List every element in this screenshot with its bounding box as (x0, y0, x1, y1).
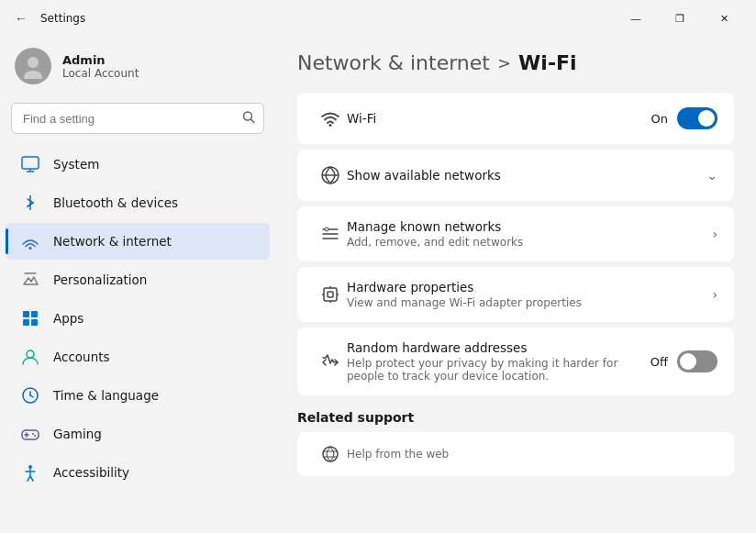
svg-point-41 (323, 447, 338, 461)
sidebar-item-time-label: Time & language (53, 388, 159, 403)
wifi-right: On (651, 107, 717, 129)
svg-line-17 (30, 395, 33, 397)
system-icon (20, 154, 40, 174)
hardware-properties-desc: View and manage Wi-Fi adapter properties (347, 296, 712, 309)
manage-networks-title: Manage known networks (347, 219, 712, 234)
avatar (15, 48, 51, 84)
svg-rect-12 (23, 319, 29, 326)
sidebar: Admin Local Account S (0, 33, 275, 533)
svg-rect-4 (22, 157, 39, 169)
svg-point-34 (325, 228, 328, 231)
back-button[interactable]: ← (11, 7, 31, 29)
random-hardware-right: Off (650, 350, 717, 372)
random-hardware-card: Random hardware addresses Help protect y… (297, 328, 734, 395)
manage-networks-content: Manage known networks Add, remove, and e… (347, 219, 712, 249)
svg-point-0 (28, 57, 39, 68)
sidebar-item-personalization[interactable]: Personalization (6, 261, 270, 298)
title-bar: ← Settings — ❐ ✕ (0, 0, 756, 33)
app-title: Settings (40, 12, 85, 25)
wifi-toggle[interactable] (677, 107, 717, 129)
search-icon (242, 111, 255, 127)
window-controls: — ❐ ✕ (615, 6, 745, 31)
bluetooth-icon (20, 193, 40, 213)
show-networks-card: Show available networks ⌄ (297, 150, 734, 201)
sidebar-item-bluetooth-label: Bluetooth & devices (53, 195, 178, 210)
sidebar-item-bluetooth[interactable]: Bluetooth & devices (6, 184, 270, 221)
random-hardware-toggle[interactable] (677, 350, 717, 372)
user-name: Admin (62, 53, 139, 67)
sidebar-item-gaming[interactable]: Gaming (6, 416, 270, 452)
page-header: Network & internet > Wi-Fi (297, 51, 734, 74)
svg-point-28 (329, 124, 332, 127)
gaming-icon (20, 424, 40, 444)
wifi-card: Wi-Fi On (297, 93, 734, 144)
random-hardware-title: Random hardware addresses (347, 340, 650, 355)
sidebar-item-accessibility[interactable]: Accessibility (6, 454, 270, 491)
random-hardware-status: Off (650, 355, 668, 369)
svg-rect-36 (328, 292, 333, 297)
sidebar-item-network[interactable]: Network & internet (6, 223, 270, 260)
show-networks-title: Show available networks (347, 168, 706, 183)
sidebar-item-system[interactable]: System (6, 146, 270, 183)
manage-networks-icon (314, 224, 347, 244)
personalization-icon (20, 270, 40, 290)
random-hardware-icon (314, 351, 347, 372)
minimize-button[interactable]: — (615, 6, 657, 31)
sidebar-item-personalization-label: Personalization (53, 272, 147, 287)
sidebar-item-time[interactable]: Time & language (6, 377, 270, 414)
search-input[interactable] (11, 103, 264, 134)
hardware-properties-icon (314, 284, 347, 305)
sidebar-item-accounts[interactable]: Accounts (6, 339, 270, 375)
related-support-row[interactable]: Help from the web (297, 432, 734, 476)
wifi-icon (314, 108, 347, 128)
wifi-title: Wi-Fi (347, 111, 651, 126)
wifi-content: Wi-Fi (347, 111, 651, 126)
svg-point-22 (34, 435, 36, 437)
related-support-card: Help from the web (297, 432, 734, 476)
wifi-row[interactable]: Wi-Fi On (297, 93, 734, 144)
random-hardware-desc: Help protect your privacy by making it h… (347, 357, 650, 383)
svg-point-8 (29, 247, 32, 250)
manage-networks-right: › (712, 227, 717, 241)
svg-rect-11 (31, 311, 38, 317)
sidebar-item-apps-label: Apps (53, 311, 83, 326)
title-bar-left: ← Settings (11, 7, 85, 29)
sidebar-item-network-label: Network & internet (53, 234, 172, 249)
hardware-properties-row[interactable]: Hardware properties View and manage Wi-F… (297, 267, 734, 322)
random-hardware-toggle-thumb (680, 353, 696, 370)
svg-point-1 (24, 71, 42, 79)
svg-rect-10 (23, 311, 29, 317)
user-info: Admin Local Account (62, 53, 139, 80)
search-container (11, 103, 264, 134)
network-icon (20, 231, 40, 251)
time-icon (20, 385, 40, 405)
show-networks-chevron: ⌄ (706, 168, 717, 183)
hardware-properties-title: Hardware properties (347, 280, 712, 294)
main-content: Network & internet > Wi-Fi Wi-Fi (275, 33, 756, 533)
show-networks-row[interactable]: Show available networks ⌄ (297, 150, 734, 201)
accessibility-icon (20, 462, 40, 483)
svg-rect-35 (324, 288, 337, 301)
wifi-toggle-thumb (698, 110, 715, 127)
show-networks-icon (314, 165, 347, 185)
sidebar-item-apps[interactable]: Apps (6, 300, 270, 337)
svg-rect-13 (31, 319, 38, 326)
hardware-properties-chevron: › (712, 287, 717, 302)
wifi-status: On (651, 112, 668, 126)
hardware-properties-content: Hardware properties View and manage Wi-F… (347, 280, 712, 309)
user-profile: Admin Local Account (0, 33, 275, 103)
hardware-properties-card: Hardware properties View and manage Wi-F… (297, 267, 734, 322)
maximize-button[interactable]: ❐ (659, 6, 701, 31)
manage-networks-desc: Add, remove, and edit networks (347, 236, 712, 249)
close-button[interactable]: ✕ (703, 6, 745, 31)
related-support-title: Related support (297, 410, 734, 425)
svg-line-26 (28, 476, 30, 481)
sidebar-item-accounts-label: Accounts (53, 350, 110, 364)
show-networks-content: Show available networks (347, 168, 706, 183)
manage-networks-row[interactable]: Manage known networks Add, remove, and e… (297, 206, 734, 261)
app-body: Admin Local Account S (0, 33, 756, 533)
sidebar-item-system-label: System (53, 157, 99, 172)
random-hardware-row[interactable]: Random hardware addresses Help protect y… (297, 328, 734, 395)
related-support-content: Help from the web (347, 448, 717, 461)
manage-networks-card: Manage known networks Add, remove, and e… (297, 206, 734, 261)
